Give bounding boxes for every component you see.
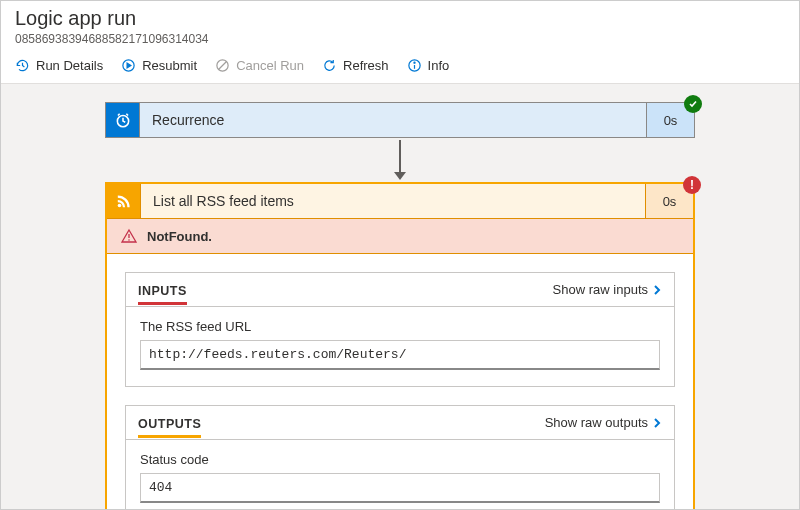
step-rss-header[interactable]: List all RSS feed items 0s ! (107, 184, 693, 219)
history-icon (15, 58, 30, 73)
toolbar: Run Details Resubmit Cancel Run Refresh … (1, 50, 799, 84)
cancel-run-button: Cancel Run (215, 58, 304, 73)
success-badge-icon (684, 95, 702, 113)
show-raw-inputs-link[interactable]: Show raw inputs (553, 282, 662, 297)
show-raw-outputs-link[interactable]: Show raw outputs (545, 415, 662, 430)
step-title: List all RSS feed items (141, 184, 645, 218)
inputs-section: INPUTS Show raw inputs The RSS feed URL … (125, 272, 675, 387)
error-message: NotFound. (147, 229, 212, 244)
svg-point-5 (117, 204, 121, 208)
outputs-section: OUTPUTS Show raw outputs Status code 404 (125, 405, 675, 510)
error-badge-icon: ! (683, 176, 701, 194)
chevron-right-icon (652, 418, 662, 428)
output-field-value: 404 (140, 473, 660, 503)
svg-point-3 (414, 62, 415, 63)
output-field-label: Status code (140, 452, 660, 467)
run-id: 08586938394688582171096314034 (15, 32, 785, 46)
input-field-label: The RSS feed URL (140, 319, 660, 334)
svg-point-6 (128, 239, 130, 241)
info-icon (407, 58, 422, 73)
step-rss-card: List all RSS feed items 0s ! NotFound. I… (105, 182, 695, 510)
refresh-button[interactable]: Refresh (322, 58, 389, 73)
designer-canvas: Recurrence 0s List all RSS feed items 0s… (1, 84, 799, 510)
chevron-right-icon (652, 285, 662, 295)
warning-triangle-icon (121, 228, 137, 244)
step-recurrence[interactable]: Recurrence 0s (105, 102, 695, 138)
info-button[interactable]: Info (407, 58, 450, 73)
outputs-heading: OUTPUTS (138, 417, 201, 438)
resubmit-button[interactable]: Resubmit (121, 58, 197, 73)
page-title: Logic app run (15, 7, 785, 30)
run-details-button[interactable]: Run Details (15, 58, 103, 73)
inputs-heading: INPUTS (138, 284, 187, 305)
page-header: Logic app run 08586938394688582171096314… (1, 1, 799, 50)
resubmit-icon (121, 58, 136, 73)
input-field-value: http://feeds.reuters.com/Reuters/ (140, 340, 660, 370)
error-bar: NotFound. (107, 219, 693, 254)
rss-icon (107, 184, 141, 218)
step-title: Recurrence (140, 103, 646, 137)
clock-icon (106, 103, 140, 137)
connector-arrow (105, 140, 695, 180)
cancel-icon (215, 58, 230, 73)
refresh-icon (322, 58, 337, 73)
